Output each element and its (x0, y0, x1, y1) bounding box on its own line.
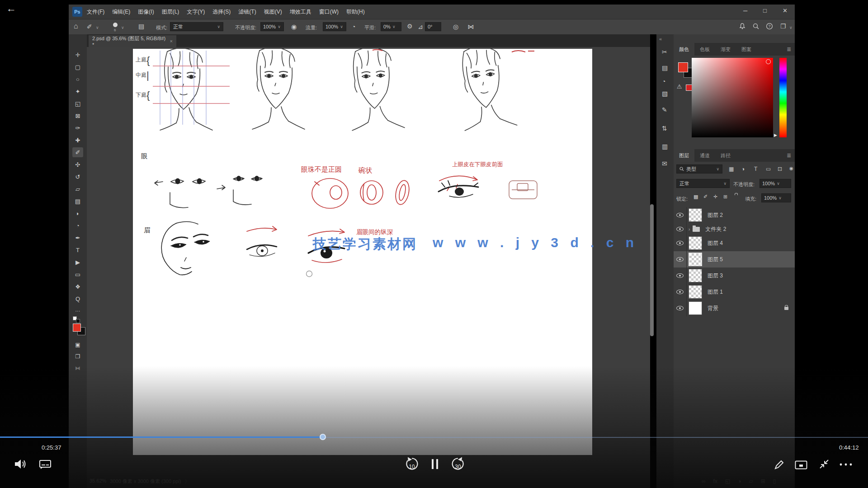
notes-pencil-icon[interactable] (774, 459, 785, 470)
subtitles-icon[interactable] (39, 459, 52, 470)
panel-icon-patterns[interactable]: ▧ (662, 90, 668, 97)
filter-pin-icon[interactable]: ◉ (789, 166, 793, 171)
menu-image[interactable]: 图像(I) (138, 8, 154, 16)
edit-toolbar-icon[interactable]: ⋯ (72, 306, 83, 316)
workspace-caret-icon[interactable]: ∨ (789, 25, 793, 30)
filter-pixel-layers-icon[interactable]: ▦ (729, 166, 734, 172)
layer-row[interactable]: 图层 3 (674, 267, 795, 284)
dodge-tool[interactable]: ◔ (72, 221, 83, 230)
visibility-eye-icon[interactable] (674, 223, 687, 235)
progress-knob[interactable] (320, 434, 326, 440)
blur-tool[interactable]: ◗ (72, 208, 83, 218)
tab-paths[interactable]: 路径 (715, 149, 736, 162)
visibility-eye-icon[interactable] (674, 207, 687, 223)
airbrush-icon[interactable]: ◔ (352, 23, 355, 30)
document-tab[interactable]: 2.psd @ 35.6% (图层 5, RGB/8#) * × (89, 35, 176, 47)
panel-icon-history[interactable]: ✂ (662, 49, 667, 55)
tab-color[interactable]: 颜色 (674, 43, 694, 56)
layer-blend-mode-select[interactable]: 正常∨ (676, 179, 730, 188)
lock-artboard-icon[interactable]: ⊞ (723, 194, 727, 199)
panel-icon-adjustments[interactable]: ◔ (662, 78, 665, 84)
swap-colors-icon[interactable] (76, 319, 80, 323)
notifications-bell-icon[interactable] (739, 23, 746, 30)
panel-icon-libraries[interactable]: ▤ (662, 65, 668, 71)
visibility-eye-icon[interactable] (674, 251, 687, 267)
brush-preset-icon[interactable] (113, 23, 118, 27)
healing-brush-tool[interactable]: ✚ (72, 135, 83, 145)
home-icon[interactable]: ⌂ (74, 23, 78, 30)
more-options-icon[interactable] (839, 463, 853, 466)
panel-foreground-swatch[interactable] (678, 62, 688, 72)
shape-tool[interactable]: ▭ (72, 269, 83, 279)
background-layer-row[interactable]: 背景 (674, 300, 795, 316)
marquee-tool[interactable]: ▢ (72, 62, 83, 72)
smoothing-gear-icon[interactable]: ⚙ (407, 23, 413, 29)
opacity-pressure-icon[interactable]: ◉ (291, 23, 297, 30)
menu-help[interactable]: 帮助(H) (346, 8, 365, 16)
workspace-switcher-icon[interactable]: ❐ (780, 23, 786, 29)
canvas-vertical-scrollbar[interactable] (650, 204, 654, 336)
menu-plugins[interactable]: 增效工具 (290, 8, 311, 16)
symmetry-icon[interactable]: ⋈ (467, 23, 474, 30)
layer-filter-select[interactable]: 类型 ∨ (676, 164, 722, 174)
brush-panel-toggle-icon[interactable]: ▤ (138, 23, 144, 29)
layer-name[interactable]: 图层 1 (708, 288, 723, 296)
layer-row-selected[interactable]: 图层 5 (674, 251, 795, 267)
layer-thumbnail[interactable] (689, 236, 702, 250)
tab-close-icon[interactable]: × (170, 38, 173, 44)
panel-icon-comments[interactable]: ✉ (662, 160, 667, 167)
pause-button[interactable] (430, 458, 439, 470)
layer-row[interactable]: 图层 1 (674, 284, 795, 300)
tab-patterns[interactable]: 图案 (736, 43, 757, 56)
move-tool[interactable]: ✛ (72, 50, 83, 60)
layer-name[interactable]: 图层 3 (708, 272, 723, 280)
layer-name[interactable]: 图层 2 (708, 211, 723, 219)
menu-file[interactable]: 文件(F) (87, 8, 104, 16)
filter-adjustment-layers-icon[interactable]: ◑ (741, 166, 745, 172)
foreground-color-swatch[interactable] (73, 324, 81, 332)
brush-caret-icon[interactable]: ∨ (96, 25, 99, 30)
tab-layers[interactable]: 图层 (674, 149, 694, 162)
opacity-value[interactable]: 100%∨ (260, 22, 284, 31)
menu-window[interactable]: 窗口(W) (319, 8, 339, 16)
brush-tool-selected[interactable]: ✐ (72, 147, 83, 157)
volume-icon[interactable] (14, 458, 27, 470)
rewind-10-button[interactable]: 10 (404, 456, 420, 473)
clone-stamp-tool[interactable]: ✣ (72, 160, 83, 169)
quick-mask-icon[interactable]: ▣ (72, 340, 83, 350)
gradient-tool[interactable]: ▤ (72, 196, 83, 206)
brush-angle-value[interactable]: 0° (425, 22, 441, 31)
layer-name[interactable]: 图层 5 (708, 256, 723, 263)
pen-tool[interactable]: ✒ (72, 233, 83, 243)
visibility-eye-icon[interactable] (674, 267, 687, 284)
help-icon[interactable]: ? (766, 23, 773, 30)
blend-mode-select[interactable]: 正常∨ (170, 22, 223, 31)
filter-smart-object-icon[interactable]: ⊡ (778, 166, 782, 172)
tab-channels[interactable]: 通道 (694, 149, 715, 162)
layer-opacity-value[interactable]: 100%∨ (760, 179, 791, 188)
tab-swatches[interactable]: 色板 (694, 43, 715, 56)
menu-type[interactable]: 文字(Y) (187, 8, 205, 16)
screen-mode-icon[interactable]: ❐ (72, 352, 83, 361)
menu-select[interactable]: 选择(S) (212, 8, 231, 16)
lock-pixels-icon[interactable]: ✐ (703, 194, 708, 199)
gamut-warning-swatch[interactable] (686, 84, 692, 91)
history-brush-tool[interactable]: ↺ (72, 172, 83, 182)
forward-30-button[interactable]: 30 (450, 456, 466, 473)
hand-tool[interactable]: ❖ (72, 282, 83, 291)
layer-fill-value[interactable]: 100%∨ (761, 193, 791, 202)
hue-slider[interactable] (779, 58, 787, 137)
visibility-eye-icon[interactable] (674, 300, 687, 316)
color-field-cursor[interactable] (766, 59, 771, 64)
search-icon[interactable] (752, 23, 760, 30)
lasso-tool[interactable]: ○ (72, 74, 83, 84)
color-panel-menu-icon[interactable]: ≣ (787, 46, 791, 52)
progress-bar-played[interactable] (0, 436, 323, 438)
visibility-eye-icon[interactable] (674, 235, 687, 251)
layers-panel-menu-icon[interactable]: ≣ (787, 152, 791, 159)
menu-layer[interactable]: 图层(L) (162, 8, 179, 16)
flow-value[interactable]: 100%∨ (323, 22, 346, 31)
lock-transparent-icon[interactable]: ▩ (693, 194, 698, 199)
pressure-size-icon[interactable]: ◎ (453, 23, 458, 30)
layer-name[interactable]: 背景 (708, 305, 718, 312)
